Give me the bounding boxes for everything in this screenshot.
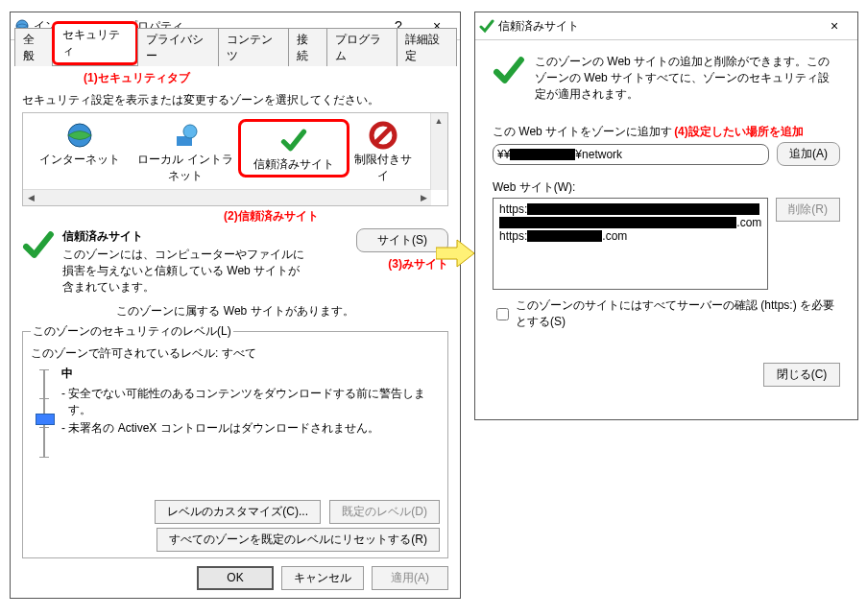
- level-bullet-1: - 安全でない可能性のあるコンテンツをダウンロードする前に警告します。: [61, 386, 440, 418]
- site3-prefix: https:: [499, 229, 527, 243]
- remove-button[interactable]: 削除(R): [776, 198, 840, 222]
- site-listbox[interactable]: https: .com https:.com: [493, 198, 768, 290]
- zone-restricted[interactable]: 制限付きサイ: [349, 119, 417, 184]
- annotation-1: (1)セキュリティタブ: [84, 70, 460, 86]
- allowed-levels: このゾーンで許可されているレベル: すべて: [31, 345, 440, 362]
- scroll-right-icon[interactable]: ▶: [416, 190, 431, 205]
- close-dialog-button[interactable]: 閉じる(C): [763, 363, 840, 387]
- tab-strip: 全般 セキュリティ プライバシー コンテンツ 接続 プログラム 詳細設定: [14, 44, 456, 66]
- zone-title: 信頼済みサイト: [62, 228, 349, 245]
- level-name: 中: [61, 366, 440, 382]
- apply-button[interactable]: 適用(A): [372, 566, 448, 590]
- guide-arrow-icon: [436, 238, 476, 269]
- zone-restricted-label: 制限付きサイ: [349, 152, 417, 184]
- level-bullet-2: - 未署名の ActiveX コントロールはダウンロードされません。: [61, 420, 440, 437]
- trusted-icon: [479, 18, 494, 34]
- security-level-slider[interactable]: [31, 366, 58, 462]
- zone-description: このゾーンには、コンピューターやファイルに損害を与えないと信頼している Web …: [62, 247, 310, 296]
- security-tab-content: セキュリティ設定を表示または変更するゾーンを選択してください。 インターネット …: [11, 86, 460, 570]
- site1-prefix: https:: [499, 202, 527, 216]
- trusted-title: 信頼済みサイト: [494, 18, 815, 35]
- zone-scroll-vertical[interactable]: ▲: [430, 113, 447, 190]
- sites-button[interactable]: サイト(S): [356, 228, 448, 252]
- globe-icon: [65, 121, 94, 150]
- svg-line-5: [374, 127, 392, 144]
- security-level-group: このゾーンのセキュリティのレベル(L) このゾーンで許可されているレベル: すべ…: [22, 323, 448, 558]
- scroll-up-icon[interactable]: ▲: [431, 113, 446, 129]
- redacted-1: [527, 203, 759, 215]
- zone-internet-label: インターネット: [27, 152, 132, 168]
- internet-properties-window: インターネットのプロパティ ? × 全般 セキュリティ プライバシー コンテンツ…: [10, 12, 461, 599]
- site3-suffix: .com: [602, 229, 627, 243]
- annotation-2: (2)信頼済みサイト: [224, 208, 448, 225]
- annotation-4: (4)設定したい場所を追加: [674, 125, 804, 138]
- zone-has-sites: このゾーンに属する Web サイトがあります。: [22, 303, 448, 320]
- check-icon: [280, 127, 307, 154]
- tab-privacy[interactable]: プライバシー: [137, 28, 219, 66]
- https-required-checkbox[interactable]: [496, 308, 509, 320]
- tab-advanced[interactable]: 詳細設定: [397, 28, 457, 66]
- security-level-legend: このゾーンのセキュリティのレベル(L): [31, 323, 233, 340]
- add-button[interactable]: 追加(A): [777, 142, 840, 166]
- annotation-3: (3)みサイト: [356, 256, 448, 272]
- tab-connections[interactable]: 接続: [288, 28, 326, 66]
- dialog-footer: OK キャンセル 適用(A): [197, 566, 448, 590]
- svg-marker-6: [436, 240, 474, 267]
- scroll-left-icon[interactable]: ◀: [23, 190, 38, 205]
- svg-point-3: [183, 125, 197, 138]
- custom-level-button[interactable]: レベルのカスタマイズ(C)...: [155, 500, 321, 524]
- redacted-2: [499, 217, 736, 228]
- default-level-button[interactable]: 既定のレベル(D): [329, 500, 440, 524]
- zone-trusted[interactable]: 信頼済みサイト: [238, 119, 349, 178]
- https-required-label: このゾーンのサイトにはすべてサーバーの確認 (https:) を必要とする(S): [516, 297, 840, 330]
- zone-intranet-label: ローカル イントラネット: [132, 152, 238, 184]
- trusted-description: このゾーンの Web サイトの追加と削除ができます。このゾーンの Web サイト…: [535, 54, 840, 103]
- tab-general[interactable]: 全般: [14, 28, 53, 66]
- check-icon: [493, 54, 525, 86]
- zone-scroll-horizontal[interactable]: ◀ ▶: [23, 189, 431, 205]
- add-prompt: この Web サイトをゾーンに追加す: [493, 125, 672, 138]
- zone-check-icon: [22, 228, 55, 261]
- site2-suffix: .com: [736, 216, 761, 229]
- zone-prompt: セキュリティ設定を表示または変更するゾーンを選択してください。: [22, 92, 448, 108]
- input-suffix: ¥network: [575, 148, 622, 161]
- titlebar: 信頼済みサイト ×: [475, 12, 857, 40]
- restricted-icon: [369, 121, 397, 150]
- site-list-label: Web サイト(W):: [493, 179, 840, 196]
- redacted-host: [510, 149, 575, 160]
- add-site-input[interactable]: ¥¥¥network: [493, 144, 769, 165]
- zone-intranet[interactable]: ローカル イントラネット: [132, 119, 238, 184]
- tab-programs[interactable]: プログラム: [326, 28, 397, 66]
- tab-content[interactable]: コンテンツ: [218, 28, 289, 66]
- reset-all-button[interactable]: すべてのゾーンを既定のレベルにリセットする(R): [157, 528, 440, 552]
- close-button[interactable]: ×: [815, 14, 854, 37]
- zone-list[interactable]: インターネット ローカル イントラネット 信頼済みサイト 制限付きサイ ▲: [22, 112, 448, 206]
- trusted-sites-window: 信頼済みサイト × このゾーンの Web サイトの追加と削除ができます。このゾー…: [474, 12, 858, 420]
- input-prefix: ¥¥: [497, 148, 510, 161]
- tab-security[interactable]: セキュリティ: [52, 21, 137, 65]
- zone-trusted-label: 信頼済みサイト: [241, 156, 347, 173]
- zone-internet[interactable]: インターネット: [27, 119, 132, 168]
- intranet-icon: [171, 121, 200, 150]
- redacted-3: [527, 230, 602, 242]
- ok-button[interactable]: OK: [197, 566, 274, 590]
- cancel-button[interactable]: キャンセル: [281, 566, 364, 590]
